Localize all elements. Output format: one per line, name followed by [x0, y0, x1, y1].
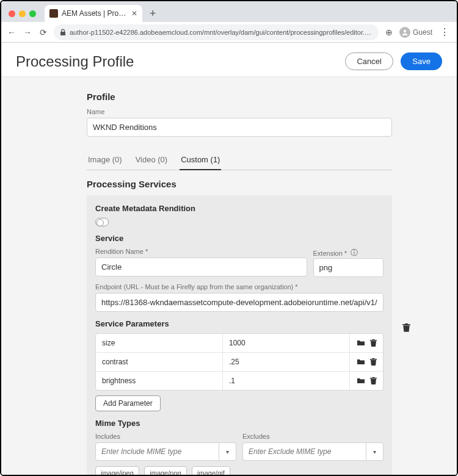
cancel-button[interactable]: Cancel	[345, 52, 393, 70]
profile-section: Profile Name Image (0) Video (0) Custom …	[87, 92, 392, 475]
extension-input[interactable]	[313, 258, 384, 277]
trash-icon[interactable]	[370, 339, 377, 347]
params-heading: Service Parameters	[95, 319, 383, 328]
svg-point-0	[404, 29, 406, 32]
page-title: Processing Profile	[16, 53, 134, 70]
param-value[interactable]: .1	[223, 372, 350, 390]
create-meta-heading: Create Metadata Rendition	[95, 204, 383, 213]
browser-chrome: AEM Assets | Processing Profil ✕ + ← → ⟳…	[1, 1, 457, 43]
excludes-input[interactable]	[243, 443, 366, 460]
endpoint-label: Endpoint (URL - Must be a Firefly app fr…	[95, 283, 383, 290]
includes-combo[interactable]: ▾	[95, 442, 236, 461]
service-heading: Service	[95, 234, 383, 243]
rendition-name-row: Rendition Name * Extension * ⓘ	[95, 248, 383, 277]
mime-tag[interactable]: image/jpeg	[95, 466, 139, 475]
mime-row: Includes ▾ Excludes ▾	[95, 433, 383, 461]
extension-label: Extension *	[313, 250, 347, 257]
tab-title: AEM Assets | Processing Profil	[62, 9, 128, 18]
profile-name-input[interactable]	[87, 118, 392, 137]
param-key[interactable]: contrast	[96, 353, 223, 371]
trash-icon[interactable]	[370, 377, 377, 385]
param-row: brightness .1	[96, 372, 383, 390]
trash-icon[interactable]	[370, 358, 377, 366]
chevron-down-icon[interactable]: ▾	[366, 443, 383, 460]
rendition-name-input[interactable]	[95, 258, 307, 276]
tab-video[interactable]: Video (0)	[134, 150, 169, 170]
add-parameter-button[interactable]: Add Parameter	[95, 395, 161, 411]
folder-icon[interactable]	[357, 377, 365, 385]
minimize-window-button[interactable]	[19, 10, 26, 17]
zoom-icon[interactable]: ⊕	[383, 27, 394, 37]
mime-heading: Mime Types	[95, 419, 383, 428]
tab-strip: AEM Assets | Processing Profil ✕ +	[1, 1, 457, 22]
avatar-icon	[399, 27, 410, 38]
param-key[interactable]: size	[96, 334, 223, 352]
params-table: size 1000 contrast .25	[95, 333, 383, 391]
profile-chip[interactable]: Guest	[399, 27, 432, 38]
folder-icon[interactable]	[357, 339, 365, 347]
profile-heading: Profile	[87, 92, 392, 102]
excludes-combo[interactable]: ▾	[242, 442, 383, 461]
includes-input[interactable]	[96, 443, 219, 460]
browser-tab[interactable]: AEM Assets | Processing Profil ✕	[45, 5, 142, 22]
mime-tag[interactable]: image/gif	[192, 466, 230, 475]
endpoint-input[interactable]	[95, 293, 383, 312]
content: Profile Name Image (0) Video (0) Custom …	[1, 77, 457, 475]
info-icon[interactable]: ⓘ	[351, 248, 358, 258]
chevron-down-icon[interactable]: ▾	[219, 443, 236, 460]
tab-image[interactable]: Image (0)	[87, 150, 123, 170]
param-value[interactable]: .25	[223, 353, 350, 371]
browser-menu-icon[interactable]: ⋮	[437, 26, 452, 38]
app-page: Processing Profile Cancel Save Profile N…	[1, 43, 457, 475]
maximize-window-button[interactable]	[29, 10, 36, 17]
processing-services-heading: Processing Services	[87, 179, 392, 189]
param-row: contrast .25	[96, 353, 383, 372]
forward-button[interactable]: →	[22, 27, 33, 37]
param-key[interactable]: brightness	[96, 372, 223, 390]
create-meta-toggle[interactable]	[95, 218, 109, 226]
guest-label: Guest	[413, 28, 432, 37]
tab-custom[interactable]: Custom (1)	[180, 150, 221, 170]
close-window-button[interactable]	[9, 10, 15, 17]
mime-tag[interactable]: image/png	[144, 466, 186, 475]
param-row: size 1000	[96, 334, 383, 353]
favicon	[49, 9, 58, 18]
include-tags: image/jpeg image/png image/gif image/bmp…	[95, 464, 383, 475]
address-bar: ← → ⟳ author-p11502-e42286.adobeaemcloud…	[1, 22, 457, 43]
rendition-name-label: Rendition Name *	[95, 248, 307, 255]
excludes-label: Excludes	[242, 433, 383, 440]
close-tab-icon[interactable]: ✕	[131, 9, 137, 18]
folder-icon[interactable]	[357, 358, 365, 366]
lock-icon	[60, 29, 66, 36]
includes-label: Includes	[95, 433, 236, 440]
reload-button[interactable]: ⟳	[38, 27, 49, 37]
header-actions: Cancel Save	[345, 52, 442, 70]
save-button[interactable]: Save	[401, 52, 442, 70]
back-button[interactable]: ←	[6, 27, 17, 37]
page-header: Processing Profile Cancel Save	[1, 43, 457, 77]
rendition-tabs: Image (0) Video (0) Custom (1)	[87, 150, 392, 170]
name-label: Name	[87, 108, 392, 115]
url-text: author-p11502-e42286.adobeaemcloud.com/m…	[70, 29, 373, 36]
window-controls	[9, 10, 36, 17]
new-tab-button[interactable]: +	[146, 7, 160, 20]
param-value[interactable]: 1000	[223, 334, 350, 352]
delete-service-icon[interactable]	[402, 323, 410, 333]
url-field[interactable]: author-p11502-e42286.adobeaemcloud.com/m…	[54, 24, 379, 40]
service-panel: Create Metadata Rendition Service Rendit…	[87, 195, 392, 475]
